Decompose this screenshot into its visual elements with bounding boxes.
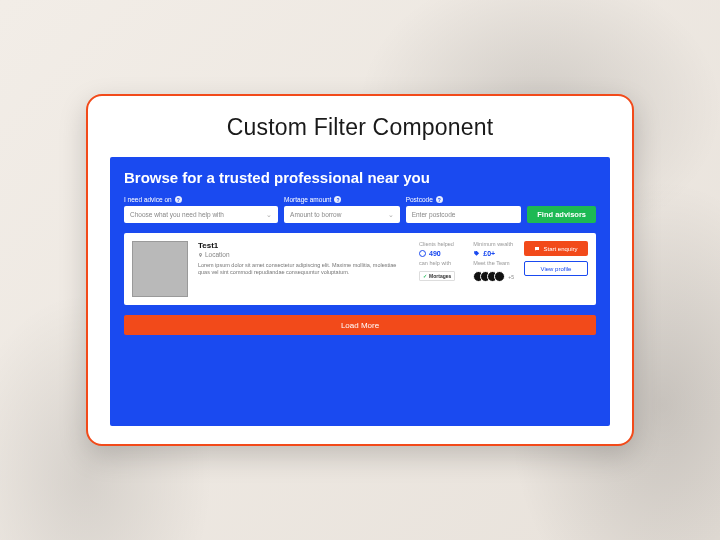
ring-icon	[419, 250, 426, 257]
help-tag: ✓ Mortages	[419, 271, 455, 281]
advice-label: I need advice on ?	[124, 196, 278, 203]
help-tag-text: Mortages	[429, 273, 451, 279]
wealth-stat: Minimum wealth £0+ Meet the Team +5	[473, 241, 514, 282]
find-advisors-button[interactable]: Find advisors	[527, 206, 596, 223]
postcode-label: Postcode ?	[406, 196, 522, 203]
start-enquiry-button[interactable]: Start enquiry	[524, 241, 588, 256]
advice-label-text: I need advice on	[124, 196, 172, 203]
amount-label-text: Mortage amount	[284, 196, 331, 203]
result-location-text: Location	[205, 251, 230, 258]
team-more-count: +5	[508, 274, 514, 280]
chevron-down-icon: ⌄	[266, 211, 272, 219]
advice-select[interactable]: Choose what you need help with ⌄	[124, 206, 278, 223]
help-label: can help with	[419, 260, 455, 266]
postcode-label-text: Postcode	[406, 196, 433, 203]
wealth-value-text: £0+	[483, 250, 495, 257]
tag-icon	[473, 250, 480, 257]
view-profile-button[interactable]: View profile	[524, 261, 588, 276]
clients-stat: Clients helped 490 can help with ✓ Morta…	[419, 241, 455, 282]
postcode-field-group: Postcode ? Enter postcode	[406, 196, 522, 223]
result-card: Test1 Location Lorem ipsum dolor sit ame…	[124, 233, 596, 305]
result-description: Lorem ipsum dolor sit amet consectetur a…	[198, 262, 409, 277]
advice-field-group: I need advice on ? Choose what you need …	[124, 196, 278, 223]
chevron-down-icon: ⌄	[388, 211, 394, 219]
enquiry-label: Start enquiry	[543, 246, 577, 252]
filter-row: I need advice on ? Choose what you need …	[124, 196, 596, 223]
filter-panel: Browse for a trusted professional near y…	[110, 157, 610, 426]
showcase-card: Custom Filter Component Browse for a tru…	[86, 94, 634, 446]
showcase-title: Custom Filter Component	[110, 114, 610, 141]
result-name: Test1	[198, 241, 409, 250]
postcode-input[interactable]: Enter postcode	[406, 206, 522, 223]
team-avatars: +5	[473, 271, 514, 282]
team-label: Meet the Team	[473, 260, 514, 266]
avatar	[494, 271, 505, 282]
panel-heading: Browse for a trusted professional near y…	[124, 169, 596, 186]
check-icon: ✓	[423, 273, 427, 279]
amount-placeholder: Amount to borrow	[290, 211, 341, 218]
amount-field-group: Mortage amount ? Amount to borrow ⌄	[284, 196, 400, 223]
chat-icon	[534, 246, 540, 252]
result-location: Location	[198, 251, 409, 258]
amount-label: Mortage amount ?	[284, 196, 400, 203]
wealth-value: £0+	[473, 250, 514, 257]
postcode-placeholder: Enter postcode	[412, 211, 456, 218]
advice-placeholder: Choose what you need help with	[130, 211, 224, 218]
info-icon[interactable]: ?	[436, 196, 443, 203]
clients-label: Clients helped	[419, 241, 455, 247]
pin-icon	[198, 252, 203, 258]
clients-value: 490	[419, 250, 455, 257]
result-stats: Clients helped 490 can help with ✓ Morta…	[419, 241, 514, 282]
info-icon[interactable]: ?	[334, 196, 341, 203]
result-thumbnail	[132, 241, 188, 297]
result-main: Test1 Location Lorem ipsum dolor sit ame…	[198, 241, 409, 277]
clients-value-text: 490	[429, 250, 441, 257]
load-more-button[interactable]: Load More	[124, 315, 596, 335]
result-actions: Start enquiry View profile	[524, 241, 588, 276]
amount-select[interactable]: Amount to borrow ⌄	[284, 206, 400, 223]
wealth-label: Minimum wealth	[473, 241, 514, 247]
info-icon[interactable]: ?	[175, 196, 182, 203]
